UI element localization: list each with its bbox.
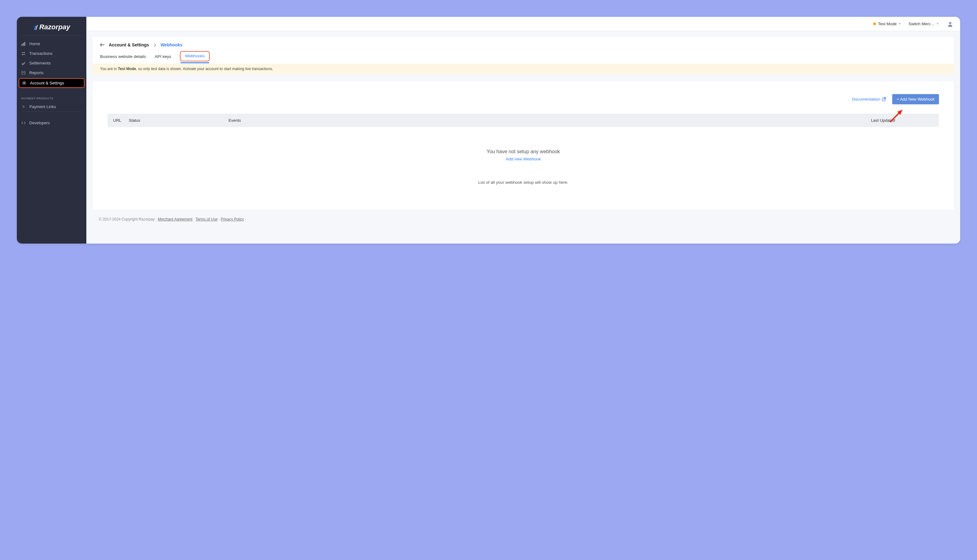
- header-card: Account & Settings ❯ Webhooks Business w…: [93, 37, 954, 74]
- tab-api-keys[interactable]: API keys: [155, 51, 171, 63]
- chevron-down-icon: ▼: [898, 22, 901, 25]
- user-avatar-icon[interactable]: [947, 20, 954, 28]
- tab-webhooks[interactable]: Webhooks: [180, 51, 210, 62]
- sidebar-item-payment-links[interactable]: Payment Links: [17, 102, 86, 112]
- link-icon: [21, 105, 25, 109]
- svg-rect-2: [24, 42, 25, 46]
- table-header-url: URL: [113, 118, 129, 123]
- table-header-updated: Last Updated: [871, 118, 934, 123]
- switch-merchant-label: Switch Merc…: [908, 22, 935, 26]
- sidebar-section-header: PAYMENT PRODUCTS: [17, 92, 86, 102]
- brand-name: Razorpay: [39, 23, 70, 31]
- sidebar-item-account-settings[interactable]: Account & Settings: [19, 78, 84, 88]
- app-window: Razorpay Home Transactions Settlements R…: [17, 17, 960, 243]
- documentation-link[interactable]: Documentation: [852, 97, 886, 102]
- breadcrumb-current: Webhooks: [161, 42, 183, 47]
- tabs: Business website details API keys Webhoo…: [93, 51, 954, 63]
- status-dot-icon: [873, 22, 876, 25]
- sidebar-item-reports[interactable]: Reports: [17, 68, 86, 78]
- sidebar-item-transactions[interactable]: Transactions: [17, 48, 86, 58]
- test-mode-banner: You are in Test Mode, so only test data …: [93, 63, 954, 74]
- switch-merchant-dropdown[interactable]: Switch Merc… ▼: [908, 22, 939, 26]
- sidebar-item-label: Home: [29, 42, 40, 46]
- table-header-status: Status: [129, 118, 229, 123]
- document-icon: [21, 71, 25, 75]
- chevron-right-icon: ❯: [153, 43, 156, 47]
- sidebar: Razorpay Home Transactions Settlements R…: [17, 17, 86, 243]
- sidebar-item-label: Transactions: [29, 51, 52, 56]
- razorpay-logo-icon: [33, 24, 38, 30]
- add-webhook-button[interactable]: + Add New Webhook: [892, 94, 939, 104]
- main-area: Test Mode ▼ Switch Merc… ▼ Account & Set…: [86, 17, 960, 243]
- table-header-events: Events: [229, 118, 871, 123]
- sidebar-item-developers[interactable]: Developers: [17, 118, 86, 128]
- tab-business-details[interactable]: Business website details: [100, 51, 146, 63]
- topbar: Test Mode ▼ Switch Merc… ▼: [86, 17, 960, 31]
- mode-label: Test Mode: [878, 22, 897, 26]
- footer-link-terms[interactable]: Terms of Use: [196, 217, 217, 222]
- sidebar-item-label: Developers: [29, 120, 50, 125]
- external-link-icon: [882, 97, 886, 101]
- brand-logo: Razorpay: [17, 17, 86, 35]
- empty-state-subtitle: List of all your webhook setup will show…: [107, 180, 939, 185]
- webhooks-card: Documentation + Add New Webhook URL Stat…: [93, 82, 954, 210]
- breadcrumb-parent[interactable]: Account & Settings: [109, 42, 149, 47]
- gear-icon: [22, 81, 26, 85]
- footer-link-merchant-agreement[interactable]: Merchant Agreement: [158, 217, 192, 222]
- footer-link-privacy[interactable]: Privacy Policy: [221, 217, 244, 222]
- svg-rect-0: [22, 44, 22, 46]
- add-webhook-link[interactable]: Add new Webhook: [506, 157, 541, 161]
- sidebar-item-home[interactable]: Home: [17, 39, 86, 48]
- svg-rect-1: [23, 43, 24, 46]
- svg-point-6: [23, 83, 25, 84]
- empty-state: You have not setup any webhook Add new W…: [107, 127, 939, 191]
- sidebar-item-label: Payment Links: [29, 104, 56, 109]
- sidebar-item-label: Account & Settings: [30, 81, 64, 85]
- back-arrow-icon[interactable]: [100, 43, 104, 47]
- footer: © 2017-2024 Copyright Razorpay · Merchan…: [93, 217, 954, 228]
- footer-copyright: © 2017-2024 Copyright Razorpay: [99, 217, 155, 222]
- content-area: Account & Settings ❯ Webhooks Business w…: [86, 31, 960, 243]
- breadcrumb: Account & Settings ❯ Webhooks: [93, 37, 954, 51]
- empty-state-title: You have not setup any webhook: [107, 149, 939, 155]
- actions-row: Documentation + Add New Webhook: [107, 94, 939, 104]
- sidebar-item-label: Settlements: [29, 61, 51, 65]
- code-icon: [21, 121, 25, 125]
- sidebar-item-label: Reports: [29, 70, 43, 75]
- transfer-icon: [21, 52, 25, 56]
- test-mode-dropdown[interactable]: Test Mode ▼: [873, 22, 901, 26]
- sidebar-item-settlements[interactable]: Settlements: [17, 58, 86, 68]
- svg-point-7: [949, 22, 952, 24]
- active-tab-indicator: [181, 62, 209, 63]
- chevron-down-icon: ▼: [937, 22, 939, 25]
- table-header: URL Status Events Last Updated: [107, 114, 939, 127]
- check-icon: [21, 61, 25, 65]
- bar-chart-icon: [21, 42, 25, 46]
